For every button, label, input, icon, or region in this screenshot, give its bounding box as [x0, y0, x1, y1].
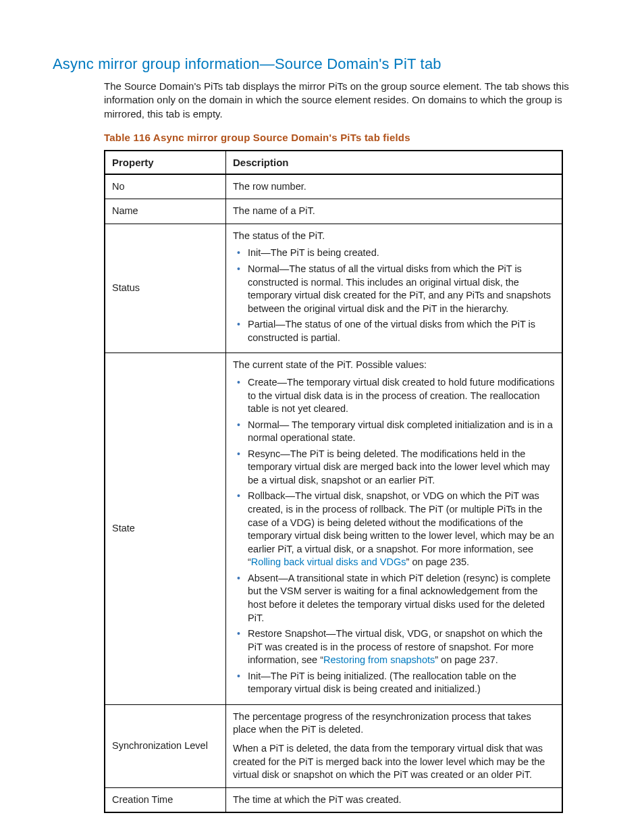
list-item: Init—The PiT is being initialized. (The … — [233, 670, 555, 696]
table-row: Status The status of the PiT. Init—The P… — [105, 224, 562, 353]
table-row: Name The name of a PiT. — [105, 199, 562, 224]
table-row: Synchronization Level The percentage pro… — [105, 704, 562, 787]
prop-name: Name — [105, 199, 226, 224]
prop-no: No — [105, 174, 226, 199]
prop-state: State — [105, 353, 226, 705]
sync-p1: The percentage progress of the resynchro… — [233, 710, 555, 737]
status-lead: The status of the PiT. — [233, 230, 325, 241]
desc-status: The status of the PiT. Init—The PiT is b… — [226, 224, 563, 353]
desc-state: The current state of the PiT. Possible v… — [226, 353, 563, 705]
list-item: Restore Snapshot—The virtual disk, VDG, … — [233, 627, 555, 667]
list-item: Create—The temporary virtual disk create… — [233, 376, 555, 416]
restore-post: ” on page 237. — [435, 654, 498, 665]
col-description: Description — [226, 151, 563, 174]
list-item: Rollback—The virtual disk, snapshot, or … — [233, 490, 555, 569]
list-item: Resync—The PiT is being deleted. The mod… — [233, 448, 555, 488]
fields-table: Property Description No The row number. … — [104, 150, 563, 814]
document-page: Async mirror group information—Source Do… — [0, 0, 644, 834]
desc-sync-level: The percentage progress of the resynchro… — [226, 704, 563, 787]
state-list: Create—The temporary virtual disk create… — [233, 376, 555, 696]
list-item: Absent—A transitional state in which PiT… — [233, 572, 555, 625]
prop-sync-level: Synchronization Level — [105, 704, 226, 787]
table-row: No The row number. — [105, 174, 562, 199]
list-item: Normal— The temporary virtual disk compl… — [233, 419, 555, 445]
list-item: Partial—The status of one of the virtual… — [233, 318, 555, 344]
desc-creation-time: The time at which the PiT was created. — [226, 787, 563, 812]
list-item: Init—The PiT is being created. — [233, 246, 555, 260]
table-row: Creation Time The time at which the PiT … — [105, 787, 562, 812]
state-lead: The current state of the PiT. Possible v… — [233, 359, 427, 370]
desc-name: The name of a PiT. — [226, 199, 563, 224]
list-item: Normal—The status of all the virtual dis… — [233, 263, 555, 315]
table-caption: Table 116 Async mirror group Source Doma… — [104, 132, 591, 143]
section-heading: Async mirror group information—Source Do… — [53, 55, 591, 73]
rollback-post: ” on page 235. — [406, 556, 470, 567]
col-property: Property — [105, 151, 226, 174]
status-list: Init—The PiT is being created. Normal—Th… — [233, 246, 555, 344]
intro-paragraph: The Source Domain's PiTs tab displays th… — [104, 80, 591, 121]
table-header-row: Property Description — [105, 151, 562, 174]
table-row: State The current state of the PiT. Poss… — [105, 353, 562, 705]
xref-restoring-snapshots[interactable]: Restoring from snapshots — [323, 654, 435, 665]
desc-no: The row number. — [226, 174, 563, 199]
xref-rolling-back[interactable]: Rolling back virtual disks and VDGs — [251, 556, 406, 567]
sync-p2: When a PiT is deleted, the data from the… — [233, 742, 555, 782]
prop-creation-time: Creation Time — [105, 787, 226, 812]
prop-status: Status — [105, 224, 226, 353]
